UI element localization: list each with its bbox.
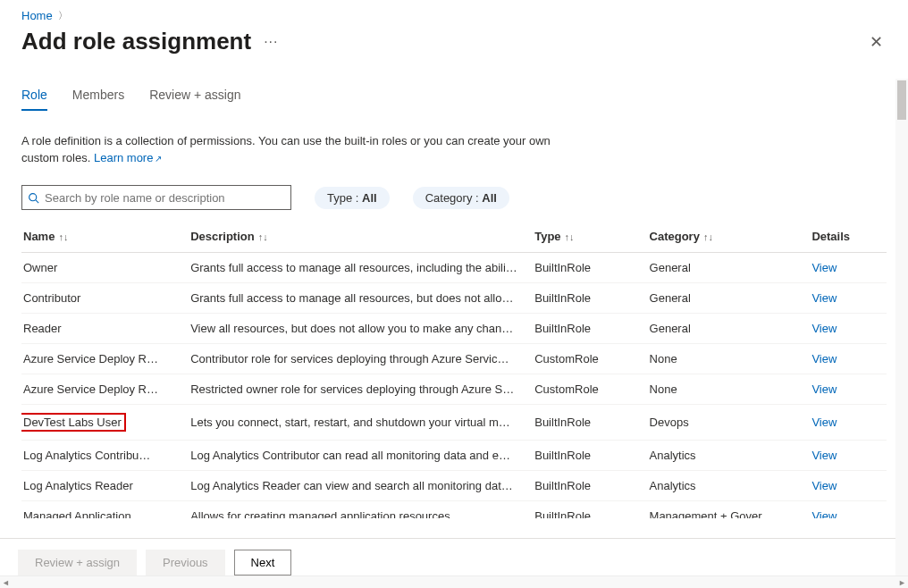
role-category-cell: General	[648, 314, 811, 344]
sort-icon: ↑↓	[58, 231, 68, 242]
column-type[interactable]: Type↑↓	[533, 223, 647, 253]
role-type-cell: CustomRole	[533, 374, 647, 405]
view-details-link[interactable]: View	[811, 261, 837, 274]
role-name-cell: Log Analytics Reader	[21, 471, 189, 501]
role-desc-cell: Allows for creating managed application …	[189, 501, 533, 519]
role-desc-cell: Grants full access to manage all resourc…	[189, 253, 533, 283]
table-row[interactable]: ReaderView all resources, but does not a…	[21, 314, 887, 344]
sort-icon: ↑↓	[565, 231, 575, 242]
role-name-cell: Azure Service Deploy R…	[21, 374, 189, 405]
table-row[interactable]: Azure Service Deploy R…Contributor role …	[21, 344, 887, 374]
role-name-cell: Owner	[21, 253, 189, 283]
description-text: A role definition is a collection of per…	[21, 132, 576, 167]
next-button[interactable]: Next	[234, 550, 292, 575]
role-type-cell: BuiltInRole	[533, 501, 647, 519]
svg-point-0	[29, 193, 37, 200]
role-category-cell: General	[648, 283, 811, 314]
role-desc-cell: Contributor role for services deploying …	[189, 344, 533, 374]
role-category-cell: Analytics	[648, 471, 811, 501]
role-desc-cell: View all resources, but does not allow y…	[189, 314, 533, 344]
role-type-cell: BuiltInRole	[533, 471, 647, 501]
role-type-cell: BuiltInRole	[533, 314, 647, 344]
role-category-cell: Devops	[648, 405, 811, 441]
search-icon	[28, 192, 39, 204]
previous-button[interactable]: Previous	[146, 550, 225, 575]
breadcrumb-home-link[interactable]: Home	[21, 9, 53, 22]
tab-role[interactable]: Role	[21, 88, 47, 111]
view-details-link[interactable]: View	[811, 416, 837, 429]
role-desc-cell: Grants full access to manage all resourc…	[189, 283, 533, 314]
role-category-cell: Management + Gover…	[648, 501, 811, 519]
role-category-cell: Analytics	[648, 441, 811, 471]
horizontal-scrollbar[interactable]: ◄ ►	[0, 575, 908, 588]
search-input-container[interactable]	[21, 185, 291, 210]
view-details-link[interactable]: View	[811, 322, 837, 335]
column-details: Details	[810, 223, 887, 253]
learn-more-link[interactable]: Learn more↗	[94, 151, 162, 164]
tabs: Role Members Review + assign	[21, 88, 887, 111]
role-type-cell: BuiltInRole	[533, 441, 647, 471]
table-row[interactable]: Log Analytics Contribu…Log Analytics Con…	[21, 441, 887, 471]
table-row[interactable]: Log Analytics ReaderLog Analytics Reader…	[21, 471, 887, 501]
role-type-cell: BuiltInRole	[533, 253, 647, 283]
view-details-link[interactable]: View	[811, 449, 837, 462]
role-name-cell: DevTest Labs User	[21, 405, 189, 441]
role-name-cell: Azure Service Deploy R…	[21, 344, 189, 374]
scroll-right-icon[interactable]: ►	[898, 578, 906, 587]
role-type-cell: BuiltInRole	[533, 283, 647, 314]
role-type-cell: CustomRole	[533, 344, 647, 374]
role-desc-cell: Restricted owner role for services deplo…	[189, 374, 533, 405]
page-title: Add role assignment	[21, 28, 251, 55]
column-category[interactable]: Category↑↓	[648, 223, 811, 253]
column-description[interactable]: Description↑↓	[189, 223, 533, 253]
tab-members[interactable]: Members	[72, 88, 124, 111]
sort-icon: ↑↓	[703, 231, 713, 242]
role-name-cell: Managed Application …	[21, 501, 189, 519]
table-row[interactable]: DevTest Labs UserLets you connect, start…	[21, 405, 887, 441]
role-name-cell: Reader	[21, 314, 189, 344]
role-desc-cell: Log Analytics Contributor can read all m…	[189, 441, 533, 471]
role-name-cell: Log Analytics Contribu…	[21, 441, 189, 471]
svg-line-1	[36, 199, 38, 202]
column-name[interactable]: Name↑↓	[21, 223, 189, 253]
role-category-cell: None	[648, 374, 811, 405]
filter-type-pill[interactable]: Type : All	[315, 187, 390, 209]
scroll-thumb[interactable]	[897, 80, 906, 120]
highlighted-role: DevTest Labs User	[21, 413, 126, 432]
table-row[interactable]: ContributorGrants full access to manage …	[21, 283, 887, 314]
breadcrumb: Home 〉	[21, 9, 887, 22]
roles-table: Name↑↓ Description↑↓ Type↑↓ Category↑↓ D…	[21, 223, 887, 518]
search-input[interactable]	[45, 191, 285, 205]
sort-icon: ↑↓	[258, 231, 268, 242]
view-details-link[interactable]: View	[811, 509, 837, 518]
close-icon[interactable]: ✕	[865, 31, 887, 53]
chevron-right-icon: 〉	[58, 9, 68, 22]
view-details-link[interactable]: View	[811, 291, 837, 305]
table-row[interactable]: Azure Service Deploy R…Restricted owner …	[21, 374, 887, 405]
table-row[interactable]: OwnerGrants full access to manage all re…	[21, 253, 887, 283]
more-actions-button[interactable]: ···	[264, 34, 278, 50]
footer-buttons: Review + assign Previous Next	[0, 538, 908, 575]
role-desc-cell: Lets you connect, start, restart, and sh…	[189, 405, 533, 441]
review-assign-button[interactable]: Review + assign	[18, 550, 137, 575]
role-name-cell: Contributor	[21, 283, 189, 314]
role-desc-cell: Log Analytics Reader can view and search…	[189, 471, 533, 501]
view-details-link[interactable]: View	[811, 352, 837, 365]
view-details-link[interactable]: View	[811, 382, 837, 396]
role-type-cell: BuiltInRole	[533, 405, 647, 441]
table-row[interactable]: Managed Application …Allows for creating…	[21, 501, 887, 519]
view-details-link[interactable]: View	[811, 479, 837, 492]
role-category-cell: None	[648, 344, 811, 374]
vertical-scrollbar[interactable]	[895, 79, 908, 575]
scroll-left-icon[interactable]: ◄	[2, 578, 10, 587]
filter-category-pill[interactable]: Category : All	[413, 187, 509, 209]
tab-review-assign[interactable]: Review + assign	[149, 88, 240, 111]
role-category-cell: General	[648, 253, 811, 283]
external-link-icon: ↗	[155, 154, 162, 164]
